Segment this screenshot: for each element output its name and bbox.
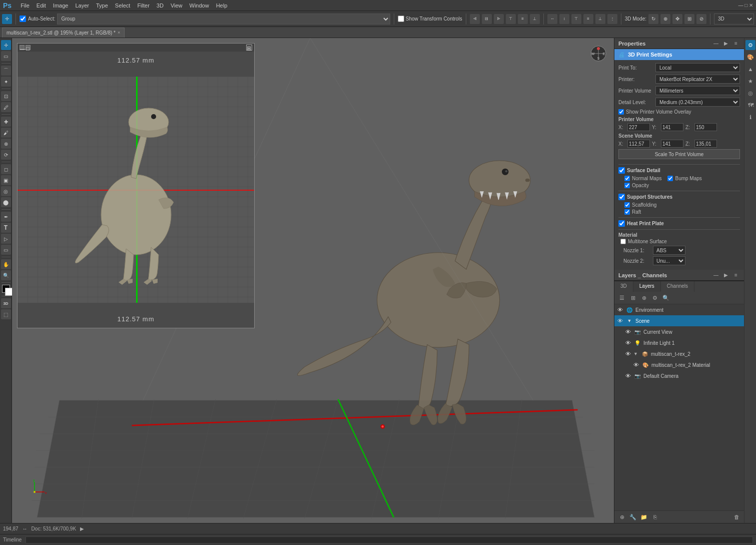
dist-top-btn[interactable]: ⊤	[571, 14, 581, 24]
3d-rotate-btn[interactable]: ↻	[648, 14, 658, 24]
layers-add-filter-btn[interactable]: ⊕	[617, 512, 626, 521]
sv-y-input[interactable]	[661, 140, 683, 148]
tool-move[interactable]: ✛	[1, 40, 11, 50]
tab-3d[interactable]: 3D	[614, 281, 633, 292]
popup-expand[interactable]: ⊞	[246, 45, 252, 51]
scale-to-print-btn[interactable]: Scale To Print Volume	[618, 149, 740, 159]
panel-mask-icon[interactable]: ◎	[745, 88, 755, 98]
tool-clone[interactable]: ⊗	[1, 139, 11, 149]
menu-view[interactable]: View	[171, 3, 183, 9]
align-center-v-btn[interactable]: ≡	[518, 14, 528, 24]
opacity-checkbox[interactable]	[624, 183, 630, 188]
heat-print-plate-label[interactable]: Heat Print Plate	[627, 221, 664, 226]
show-transform-label[interactable]: Show Transform Controls	[398, 16, 462, 22]
dist-bot-btn[interactable]: ⊥	[595, 14, 605, 24]
panel-adjust-icon[interactable]: ▲	[745, 64, 755, 74]
layer-vis-multiscan[interactable]: 👁	[624, 350, 631, 357]
layer-item-environment[interactable]: 👁 🌐 Environment	[614, 304, 744, 315]
show-overlay-checkbox[interactable]	[618, 109, 624, 115]
layer-item-default-camera[interactable]: 👁 📷 Default Camera	[622, 370, 744, 381]
panel-info-icon[interactable]: ℹ	[745, 112, 755, 122]
panel-nav-icon[interactable]: 🗺	[745, 100, 755, 110]
expand-collapse-multiscan[interactable]: ▼	[633, 351, 638, 356]
move-tool-btn[interactable]: ✛	[2, 14, 12, 24]
menu-filter[interactable]: Filter	[137, 3, 149, 9]
tool-crop[interactable]: ⊡	[1, 91, 11, 101]
tool-history[interactable]: ⟳	[1, 150, 11, 160]
menu-3d[interactable]: 3D	[157, 3, 164, 9]
3d-slide-btn[interactable]: ⊞	[684, 14, 694, 24]
raft-checkbox[interactable]	[624, 209, 630, 215]
tool-healing[interactable]: ✚	[1, 117, 11, 127]
normal-maps-checkbox[interactable]	[624, 176, 630, 181]
tool-blur[interactable]: ◎	[1, 186, 11, 196]
sv-z-input[interactable]	[694, 140, 717, 148]
layer-item-current-view[interactable]: 👁 📷 Current View	[622, 326, 744, 337]
popup-maximize[interactable]: □	[26, 45, 31, 50]
tab-layers[interactable]: Layers	[633, 281, 661, 292]
tool-text[interactable]: T	[1, 223, 11, 233]
raft-label[interactable]: Raft	[632, 209, 641, 215]
dist-h-btn[interactable]: ↔	[547, 14, 557, 24]
tool-eraser[interactable]: ◻	[1, 164, 11, 174]
layers-copy-btn[interactable]: ⎘	[650, 512, 659, 521]
sv-x-input[interactable]	[627, 140, 650, 148]
layer-vis-default-camera[interactable]: 👁	[624, 372, 631, 379]
menu-window[interactable]: Window	[190, 3, 209, 9]
menu-file[interactable]: File	[21, 3, 30, 9]
layers-settings-btn[interactable]: ⚙	[650, 293, 659, 302]
foreground-color[interactable]	[2, 285, 10, 293]
align-left-btn[interactable]: ⫷	[470, 14, 480, 24]
surface-detail-checkbox[interactable]	[618, 167, 625, 174]
3d-pan-btn[interactable]: ✥	[672, 14, 682, 24]
bump-maps-checkbox[interactable]	[667, 176, 673, 181]
tool-3d[interactable]: 3D	[1, 298, 11, 308]
align-center-h-btn[interactable]: ⊟	[482, 14, 492, 24]
detail-select[interactable]: Medium (0.243mm)	[655, 98, 740, 107]
panel-minimize-btn[interactable]: —	[712, 40, 720, 48]
tool-path[interactable]: ▷	[1, 234, 11, 244]
tool-shape[interactable]: ▭	[1, 245, 11, 255]
support-structures-label[interactable]: Support Structures	[627, 194, 672, 200]
tab-close-btn[interactable]: ×	[118, 30, 120, 35]
tool-zoom[interactable]: 🔍	[1, 270, 11, 280]
menu-image[interactable]: Image	[53, 3, 69, 9]
layer-vis-current-view[interactable]: 👁	[624, 328, 631, 335]
compass-widget[interactable]: S W E	[590, 45, 607, 62]
align-top-btn[interactable]: ⊤	[506, 14, 516, 24]
printer-select[interactable]: MakerBot Replicator 2X	[655, 75, 740, 84]
tool-frame[interactable]: ⬚	[1, 309, 11, 319]
tool-pen[interactable]: ✒	[1, 212, 11, 222]
3d-scale-btn[interactable]: ⊘	[696, 14, 706, 24]
layers-adjust-btn[interactable]: 🔧	[628, 512, 637, 521]
layers-new-btn[interactable]: ⊕	[639, 293, 648, 302]
panel-style-icon[interactable]: ★	[745, 76, 755, 86]
print-to-select[interactable]: Local	[655, 63, 740, 72]
menu-layer[interactable]: Layer	[75, 3, 89, 9]
panel-expand-btn[interactable]: ▶	[722, 40, 730, 48]
layer-vis-multiscan-material[interactable]: 👁	[632, 361, 639, 368]
menu-edit[interactable]: Edit	[37, 3, 46, 9]
timeline-track[interactable]	[26, 536, 753, 543]
heat-print-plate-checkbox[interactable]	[618, 220, 625, 227]
tool-hand[interactable]: ✋	[1, 259, 11, 269]
layers-delete-btn[interactable]: 🗑	[732, 512, 741, 521]
dist-mid-btn[interactable]: ≡	[583, 14, 593, 24]
tool-brush[interactable]: 🖌	[1, 128, 11, 138]
document-tab[interactable]: multiscan_t-rex_2.stl @ 195% (Layer 1, R…	[2, 28, 125, 38]
menu-select[interactable]: Select	[115, 3, 131, 9]
tool-marquee[interactable]: ▭	[1, 51, 11, 61]
layer-item-multiscan-material[interactable]: 👁 🎨 multiscan_t-rex_2 Material	[630, 359, 744, 370]
multitone-label[interactable]: Multitone Surface	[628, 239, 667, 244]
tool-gradient[interactable]: ▣	[1, 175, 11, 185]
tool-lasso[interactable]: ⌒	[1, 66, 11, 76]
tab-channels[interactable]: Channels	[661, 281, 694, 292]
tool-eyedropper[interactable]: 🖉	[1, 102, 11, 112]
normal-maps-label[interactable]: Normal Maps	[632, 176, 661, 181]
dist-v-btn[interactable]: ↕	[559, 14, 569, 24]
layers-filter-btn[interactable]: ☰	[617, 293, 626, 302]
layer-item-multiscan[interactable]: 👁 ▼ 📦 multiscan_t-rex_2	[622, 348, 744, 359]
show-overlay-label[interactable]: Show Printer Volume Overlay	[626, 109, 691, 115]
layers-folder-btn[interactable]: 📁	[639, 512, 648, 521]
nozzle2-select[interactable]: Unu...	[653, 256, 685, 265]
